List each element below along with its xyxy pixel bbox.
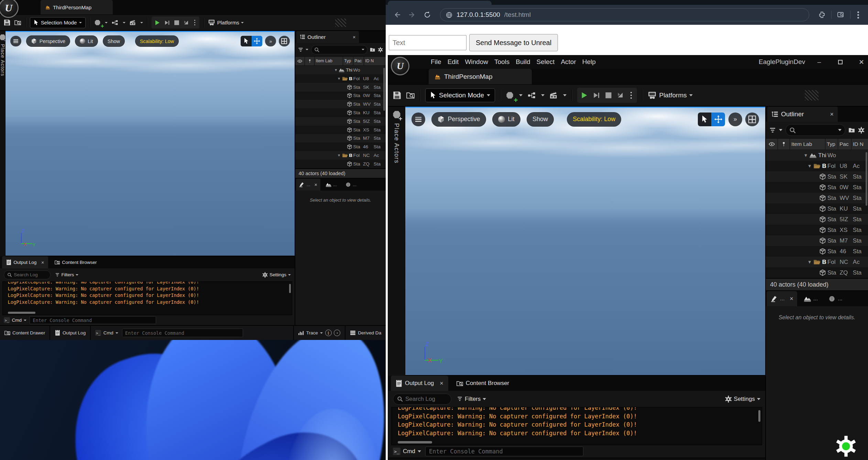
tab-output-log[interactable]: Output Log ×: [2, 256, 48, 268]
play-button[interactable]: [581, 92, 588, 99]
filter-funnel-icon[interactable]: [298, 47, 303, 52]
lit-dropdown[interactable]: Lit: [492, 112, 520, 126]
level-tab[interactable]: ThirdPersonMap: [41, 0, 113, 14]
outliner-row[interactable]: StaM7Sta: [766, 235, 868, 246]
status-console-input[interactable]: Enter Console Command: [122, 329, 243, 338]
add-actor-button[interactable]: +: [94, 19, 101, 26]
expander-icon[interactable]: ▼: [337, 153, 341, 157]
filter-funnel-icon[interactable]: [769, 127, 776, 133]
more-tools-button[interactable]: »: [728, 113, 742, 126]
column-id-name[interactable]: ID N: [364, 57, 386, 66]
tab-world-settings[interactable]: ...: [322, 179, 340, 191]
eject-button[interactable]: [617, 92, 624, 99]
column-package[interactable]: Pac: [353, 57, 364, 66]
log-output-area[interactable]: LogPixelCapture: Warning: No capturer co…: [391, 407, 762, 445]
browser-menu-kebab-icon[interactable]: [857, 14, 859, 16]
move-tool-button[interactable]: [252, 36, 263, 47]
level-tab[interactable]: ThirdPersonMap: [429, 69, 532, 84]
move-tool-button[interactable]: [711, 113, 725, 126]
visibility-column-header[interactable]: [766, 139, 778, 150]
message-text-input[interactable]: [389, 35, 466, 50]
tab-world-partition[interactable]: ...: [824, 291, 846, 306]
expander-icon[interactable]: ▼: [334, 68, 338, 72]
viewport-menu-button[interactable]: [10, 36, 21, 47]
column-item-label[interactable]: Item Lab: [790, 139, 825, 150]
outliner-row[interactable]: Sta46Sta: [295, 142, 386, 151]
stop-button[interactable]: [174, 20, 179, 25]
add-actor-button[interactable]: +: [506, 91, 514, 99]
browser-active-tab[interactable]: [388, 1, 492, 5]
scalability-button[interactable]: Scalability: Low: [135, 35, 179, 47]
tab-content-browser[interactable]: Content Browser: [452, 376, 514, 391]
close-button[interactable]: ✕: [858, 58, 865, 66]
chevron-down-icon[interactable]: [519, 94, 523, 96]
chevron-down-icon[interactable]: [563, 94, 567, 96]
chevron-down-icon[interactable]: [123, 22, 125, 23]
play-button[interactable]: [155, 20, 160, 25]
level-viewport[interactable]: Perspective Lit Show Scalability: Low: [405, 107, 765, 376]
close-icon[interactable]: ×: [790, 295, 793, 302]
horizontal-scrollbar[interactable]: [8, 312, 35, 314]
trace-pause-icon[interactable]: ∥: [325, 330, 332, 336]
maximize-button[interactable]: [838, 60, 843, 64]
vertical-scrollbar[interactable]: [866, 152, 867, 206]
tab-search-icon[interactable]: [835, 9, 847, 21]
expander-icon[interactable]: ▼: [803, 153, 808, 158]
reload-button[interactable]: [421, 9, 433, 21]
column-package[interactable]: Pac: [838, 139, 851, 150]
visibility-column-header[interactable]: [295, 57, 305, 66]
outliner-search-input[interactable]: [785, 124, 845, 136]
close-icon[interactable]: ×: [830, 111, 834, 118]
extensions-icon[interactable]: [816, 9, 828, 21]
outliner-row[interactable]: StaXSSta: [295, 126, 386, 134]
outliner-row[interactable]: StaZQSta: [766, 267, 868, 278]
outliner-row[interactable]: Sta5IZSta: [766, 214, 868, 225]
chevron-down-icon[interactable]: [541, 94, 545, 96]
expander-icon[interactable]: ▼: [337, 77, 341, 81]
outliner-row[interactable]: StaZQSta: [295, 160, 386, 168]
forward-button[interactable]: [406, 9, 418, 21]
derived-data-button[interactable]: Derived Da: [345, 326, 386, 340]
menu-help[interactable]: Help: [579, 58, 599, 66]
log-search-input[interactable]: Search Log: [393, 394, 451, 405]
outliner-search-input[interactable]: [311, 45, 368, 54]
outliner-row[interactable]: ▼ThiWo: [295, 66, 386, 74]
outliner-row[interactable]: StaKUSta: [766, 203, 868, 214]
content-browser-icon[interactable]: [14, 19, 21, 26]
close-icon[interactable]: ×: [314, 182, 317, 188]
new-folder-icon[interactable]: [370, 47, 375, 52]
menu-build[interactable]: Build: [513, 58, 533, 66]
viewport-layout-button[interactable]: [745, 113, 759, 126]
outliner-row[interactable]: Sta0WSta: [295, 92, 386, 100]
menu-file[interactable]: File: [428, 58, 444, 66]
tab-world-partition[interactable]: ...: [342, 179, 360, 191]
select-tool-button[interactable]: [698, 113, 712, 126]
save-icon[interactable]: [393, 91, 401, 99]
menu-actor[interactable]: Actor: [558, 58, 579, 66]
back-button[interactable]: [391, 9, 403, 21]
show-dropdown[interactable]: Show: [527, 112, 554, 126]
outliner-row[interactable]: Sta5IZSta: [295, 117, 386, 126]
play-options-kebab-icon[interactable]: [194, 22, 196, 23]
outliner-row[interactable]: ▼BFolNCAc: [766, 257, 868, 267]
close-icon[interactable]: ×: [41, 260, 44, 265]
viewport-menu-button[interactable]: [411, 113, 425, 126]
log-output-area[interactable]: LogPixelCapture: Warning: No capturer co…: [2, 281, 292, 315]
place-actors-tab[interactable]: + Place Actors: [388, 107, 405, 376]
content-drawer-button[interactable]: Content Drawer: [0, 326, 50, 340]
tab-content-browser[interactable]: Content Browser: [51, 256, 101, 268]
vertical-scrollbar[interactable]: [289, 284, 291, 293]
trace-snapshot-icon[interactable]: ▪: [334, 330, 340, 336]
vertical-scrollbar[interactable]: [383, 68, 385, 111]
column-type[interactable]: Typ: [825, 139, 838, 150]
outliner-row[interactable]: ▼BFolNCAc: [295, 151, 386, 160]
place-actors-tab[interactable]: + Place Actors: [0, 31, 6, 256]
tab-outliner[interactable]: Outliner ×: [296, 31, 359, 43]
pin-column-header[interactable]: [778, 139, 790, 150]
cinematics-button[interactable]: [550, 91, 558, 99]
blueprints-button[interactable]: [528, 91, 536, 99]
close-icon[interactable]: ×: [353, 34, 355, 40]
menu-edit[interactable]: Edit: [444, 58, 462, 66]
save-icon[interactable]: [4, 19, 10, 26]
column-id-name[interactable]: ID N: [851, 139, 868, 150]
